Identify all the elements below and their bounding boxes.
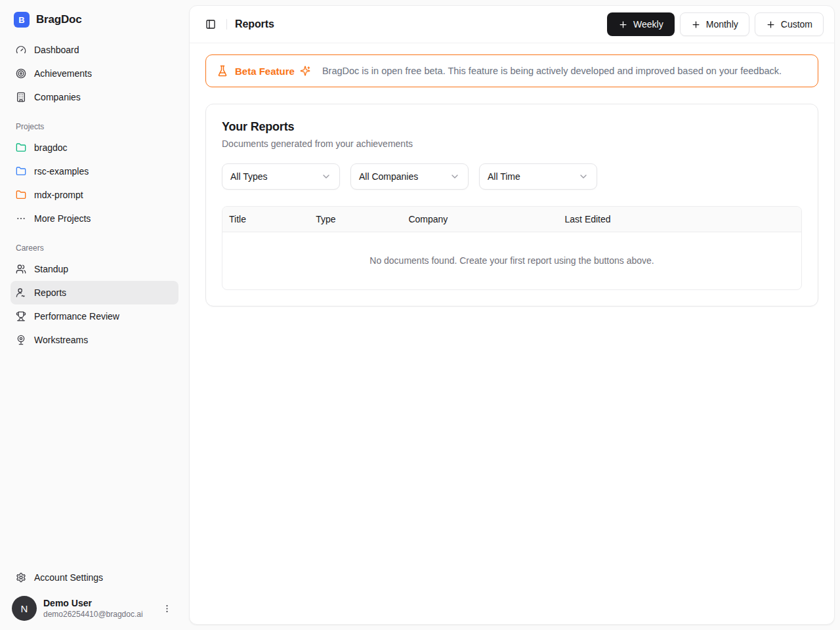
column-header-title: Title [222, 207, 309, 232]
main-panel: Reports Weekly Monthly Custom [189, 5, 835, 625]
user-report-icon [16, 287, 26, 298]
app-logo-icon: B [14, 12, 30, 28]
report-filters: All Types All Companies All Time [222, 163, 802, 190]
sidebar-item-performance-review[interactable]: Performance Review [10, 304, 178, 328]
table-header-row: Title Type Company Last Edited [222, 207, 801, 232]
sidebar-item-project-rsc-examples[interactable]: rsc-examples [10, 159, 178, 183]
sidebar-item-label: Reports [34, 287, 66, 298]
app-name: BragDoc [36, 13, 81, 26]
sidebar-item-label: bragdoc [34, 142, 68, 153]
gauge-icon [16, 45, 26, 55]
button-label: Monthly [706, 19, 738, 30]
header-divider [226, 19, 227, 30]
target-icon [16, 68, 26, 79]
sidebar-item-label: Standup [34, 264, 68, 274]
company-filter-select[interactable]: All Companies [350, 163, 469, 190]
plus-icon [618, 20, 628, 30]
create-monthly-report-button[interactable]: Monthly [680, 12, 749, 36]
card-subtitle: Documents generated from your achievemen… [222, 138, 802, 149]
sidebar-item-label: rsc-examples [34, 166, 89, 177]
user-email: demo26254410@bragdoc.ai [43, 610, 143, 619]
projects-list: bragdoc rsc-examples mdx-prompt More Pro… [10, 136, 178, 230]
sidebar-item-workstreams[interactable]: Workstreams [10, 328, 178, 352]
sidebar-item-label: Companies [34, 92, 81, 102]
column-header-company: Company [402, 207, 558, 232]
kebab-menu-icon[interactable] [158, 600, 176, 618]
column-header-last-edited: Last Edited [558, 207, 801, 232]
sidebar-item-label: Achievements [34, 68, 92, 79]
careers-section-label: Careers [10, 243, 178, 253]
beta-badge-label: Beta Feature [235, 66, 295, 77]
sidebar-item-label: More Projects [34, 213, 91, 224]
chevron-down-icon [321, 171, 331, 182]
ellipsis-icon [16, 213, 26, 224]
sidebar: B BragDoc Dashboard Achievements Compani… [0, 0, 189, 630]
sidebar-item-account-settings[interactable]: Account Settings [10, 566, 178, 589]
sidebar-item-label: mdx-prompt [34, 190, 83, 200]
sidebar-item-dashboard[interactable]: Dashboard [10, 38, 178, 62]
beta-banner-message: BragDoc is in open free beta. This featu… [322, 66, 782, 76]
sidebar-item-project-bragdoc[interactable]: bragdoc [10, 136, 178, 159]
folder-icon [16, 142, 26, 153]
sidebar-footer: Account Settings N Demo User demo2625441… [10, 566, 178, 621]
time-filter-select[interactable]: All Time [479, 163, 597, 190]
select-value: All Types [230, 171, 268, 182]
flask-icon [217, 65, 228, 77]
empty-state-message: No documents found. Create your first re… [222, 232, 801, 289]
empty-state-row: No documents found. Create your first re… [222, 232, 801, 289]
sidebar-item-companies[interactable]: Companies [10, 85, 178, 109]
sidebar-toggle-button[interactable] [200, 14, 221, 35]
select-value: All Companies [359, 171, 418, 182]
column-header-type: Type [309, 207, 402, 232]
user-menu[interactable]: N Demo User demo26254410@bragdoc.ai [10, 589, 178, 621]
chevron-down-icon [450, 171, 460, 182]
page-title: Reports [235, 18, 274, 30]
gear-icon [16, 572, 26, 583]
sidebar-item-more-projects[interactable]: More Projects [10, 207, 178, 230]
sidebar-item-standup[interactable]: Standup [10, 257, 178, 281]
sidebar-item-label: Dashboard [34, 45, 79, 55]
create-weekly-report-button[interactable]: Weekly [607, 12, 675, 36]
main-content: Beta Feature BragDoc is in open free bet… [190, 43, 834, 318]
user-meta: Demo User demo26254410@bragdoc.ai [43, 598, 143, 619]
sidebar-item-achievements[interactable]: Achievements [10, 62, 178, 85]
plus-icon [691, 20, 701, 30]
sparkles-icon [300, 66, 310, 76]
avatar: N [12, 596, 37, 621]
main-header: Reports Weekly Monthly Custom [190, 6, 834, 43]
webcam-icon [16, 335, 26, 345]
type-filter-select[interactable]: All Types [222, 163, 340, 190]
create-custom-report-button[interactable]: Custom [755, 12, 824, 36]
app-logo: B BragDoc [10, 10, 178, 38]
beta-feature-banner: Beta Feature BragDoc is in open free bet… [205, 54, 818, 87]
sidebar-item-label: Performance Review [34, 311, 119, 322]
button-label: Weekly [633, 19, 663, 30]
projects-section-label: Projects [10, 122, 178, 131]
select-value: All Time [488, 171, 520, 182]
button-label: Custom [781, 19, 812, 30]
reports-table: Title Type Company Last Edited No docume… [222, 206, 802, 290]
user-name: Demo User [43, 598, 143, 608]
your-reports-card: Your Reports Documents generated from yo… [205, 104, 818, 306]
trophy-icon [16, 311, 26, 322]
plus-icon [766, 20, 776, 30]
building-icon [16, 92, 26, 102]
sidebar-item-reports[interactable]: Reports [10, 281, 178, 304]
careers-list: Standup Reports Performance Review Works… [10, 257, 178, 352]
sidebar-item-project-mdx-prompt[interactable]: mdx-prompt [10, 183, 178, 207]
chevron-down-icon [578, 171, 589, 182]
sidebar-item-label: Account Settings [34, 572, 103, 583]
folder-icon [16, 166, 26, 177]
panel-left-icon [205, 19, 216, 30]
sidebar-item-label: Workstreams [34, 335, 88, 345]
card-title: Your Reports [222, 120, 802, 134]
folder-icon [16, 190, 26, 200]
sidebar-nav: Dashboard Achievements Companies [10, 38, 178, 109]
header-actions: Weekly Monthly Custom [607, 12, 824, 36]
users-icon [16, 264, 26, 274]
